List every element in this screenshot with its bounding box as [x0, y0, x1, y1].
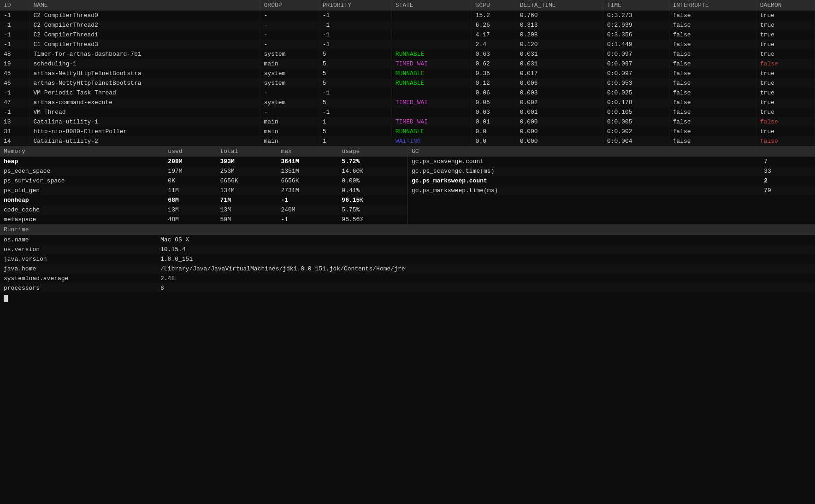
cell-time: 0:0.002	[603, 127, 669, 136]
col-name: NAME	[30, 0, 260, 11]
mem-col-max: max	[277, 146, 338, 157]
cell-name: Catalina-utility-1	[30, 117, 260, 127]
mem-used: 208M	[164, 157, 216, 166]
gc-value: 2	[760, 176, 815, 186]
cell-cpu: 4.17	[472, 30, 516, 40]
table-row: -1 VM Thread - -1 0.03 0.001 0:0.105 fal…	[0, 107, 815, 117]
runtime-row: systemload.average 2.48	[0, 274, 815, 283]
cell-daemon: true	[756, 78, 815, 88]
memory-row: ps_survivor_space 0K 6656K 6656K 0.00%	[0, 176, 408, 186]
cell-interrupted: false	[669, 88, 756, 98]
cell-name: http-nio-8080-ClientPoller	[30, 127, 260, 136]
col-group: GROUP	[260, 0, 319, 11]
cell-state: RUNNABLE	[391, 49, 472, 59]
mem-total: 13M	[217, 205, 278, 215]
cursor-line	[0, 293, 815, 304]
memory-row: nonheap 68M 71M -1 96.15%	[0, 195, 408, 205]
cell-cpu: 0.06	[472, 88, 516, 98]
cell-interrupted: false	[669, 20, 756, 30]
gc-name: gc.ps_marksweep.time(ms)	[408, 186, 760, 195]
cell-daemon: true	[756, 40, 815, 49]
cell-interrupted: false	[669, 40, 756, 49]
cell-id: 48	[0, 49, 30, 59]
mem-total: 50M	[217, 215, 278, 224]
cell-delta-time: 0.760	[516, 11, 603, 20]
thread-table: ID NAME GROUP PRIORITY STATE %CPU DELTA_…	[0, 0, 815, 146]
cell-priority: 1	[319, 136, 391, 146]
cell-interrupted: false	[669, 11, 756, 20]
cell-group: system	[260, 69, 319, 78]
mem-usage: 96.15%	[338, 195, 408, 205]
gc-name: gc.ps_scavenge.time(ms)	[408, 166, 760, 176]
cell-name: arthas-NettyHttpTelnetBootstra	[30, 69, 260, 78]
cell-id: 19	[0, 59, 30, 69]
cell-state: WAITING	[391, 136, 472, 146]
mem-name: ps_survivor_space	[0, 176, 164, 186]
cell-delta-time: 0.000	[516, 117, 603, 127]
col-time: TIME	[603, 0, 669, 11]
runtime-row: os.version 10.15.4	[0, 245, 815, 254]
cell-id: 13	[0, 117, 30, 127]
cell-daemon: false	[756, 136, 815, 146]
runtime-value: 8	[157, 283, 815, 293]
cell-state	[391, 30, 472, 40]
table-row: -1 C1 CompilerThread3 - -1 2.4 0.120 0:1…	[0, 40, 815, 49]
runtime-table: os.name Mac OS X os.version 10.15.4 java…	[0, 235, 815, 293]
runtime-key: os.name	[0, 235, 157, 245]
cell-group: system	[260, 98, 319, 107]
cell-time: 0:0.053	[603, 78, 669, 88]
cell-time: 0:0.105	[603, 107, 669, 117]
cell-delta-time: 0.031	[516, 59, 603, 69]
cell-time: 0:0.004	[603, 136, 669, 146]
cell-id: -1	[0, 20, 30, 30]
cell-daemon: true	[756, 20, 815, 30]
mem-name: code_cache	[0, 205, 164, 215]
mem-name: ps_old_gen	[0, 186, 164, 195]
cell-group: -	[260, 20, 319, 30]
cell-daemon: true	[756, 11, 815, 20]
cell-id: 47	[0, 98, 30, 107]
cell-state	[391, 20, 472, 30]
cell-group: system	[260, 78, 319, 88]
cell-group: -	[260, 88, 319, 98]
cell-priority: 5	[319, 127, 391, 136]
runtime-row: processors 8	[0, 283, 815, 293]
mem-total: 134M	[217, 186, 278, 195]
runtime-value: /Library/Java/JavaVirtualMachines/jdk1.8…	[157, 264, 815, 274]
cell-priority: -1	[319, 30, 391, 40]
cursor-block	[4, 295, 8, 302]
table-row: -1 VM Periodic Task Thread - -1 0.06 0.0…	[0, 88, 815, 98]
cell-group: -	[260, 40, 319, 49]
cell-daemon: true	[756, 107, 815, 117]
cell-interrupted: false	[669, 136, 756, 146]
table-row: 31 http-nio-8080-ClientPoller main 5 RUN…	[0, 127, 815, 136]
cell-cpu: 0.35	[472, 69, 516, 78]
mem-name: heap	[0, 157, 164, 166]
mem-total: 71M	[217, 195, 278, 205]
col-delta-time: DELTA_TIME	[516, 0, 603, 11]
cell-id: -1	[0, 40, 30, 49]
cell-daemon: false	[756, 59, 815, 69]
gc-value: 7	[760, 157, 815, 166]
cell-delta-time: 0.000	[516, 127, 603, 136]
cell-time: 0:0.097	[603, 69, 669, 78]
mem-col-name: Memory	[0, 146, 164, 157]
gc-header-row: GC	[408, 146, 815, 157]
mem-max: -1	[277, 215, 338, 224]
mem-total: 253M	[217, 166, 278, 176]
gc-section: GC gc.ps_scavenge.count 7 gc.ps_scavenge…	[408, 146, 815, 224]
cell-delta-time: 0.003	[516, 88, 603, 98]
runtime-key: java.version	[0, 254, 157, 264]
cell-name: C2 CompilerThread0	[30, 11, 260, 20]
cell-daemon: true	[756, 49, 815, 59]
cell-priority: 5	[319, 59, 391, 69]
cell-state: RUNNABLE	[391, 78, 472, 88]
cell-cpu: 6.26	[472, 20, 516, 30]
cell-state: TIMED_WAI	[391, 98, 472, 107]
runtime-row: java.home /Library/Java/JavaVirtualMachi…	[0, 264, 815, 274]
memory-row: ps_old_gen 11M 134M 2731M 0.41%	[0, 186, 408, 195]
cell-state	[391, 11, 472, 20]
runtime-row: java.version 1.8.0_151	[0, 254, 815, 264]
cell-priority: -1	[319, 20, 391, 30]
gc-row: gc.ps_marksweep.count 2	[408, 176, 815, 186]
